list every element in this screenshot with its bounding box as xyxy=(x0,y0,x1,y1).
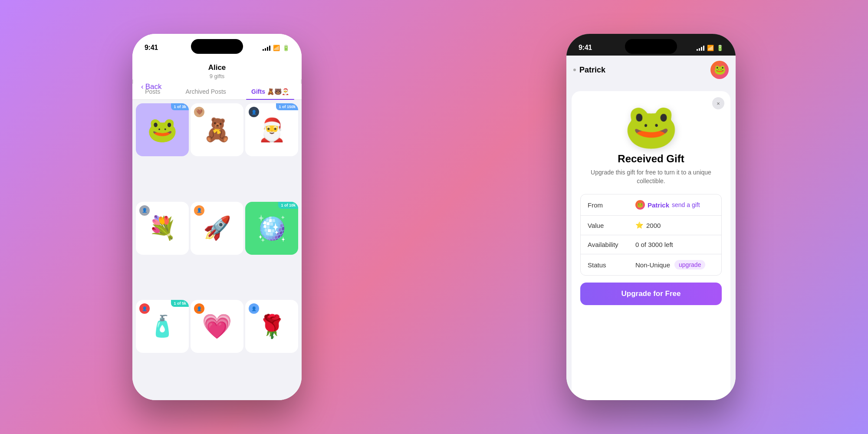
signal-icon xyxy=(263,45,270,51)
gift-item-9[interactable]: 👤 🌹 xyxy=(245,300,298,353)
gift-row-availability: Availability 0 of 3000 left xyxy=(581,235,721,254)
wifi-icon: 📶 xyxy=(273,45,280,51)
gift-detail-bg: Patrick 🐸 × 🐸 Received Gift Upgrade this… xyxy=(566,56,736,400)
avatar-3: 👤 xyxy=(249,107,259,117)
close-button[interactable]: × xyxy=(712,97,724,109)
from-value: 🐸 Patrick send a gift xyxy=(635,200,700,210)
status-label: Status xyxy=(588,261,635,269)
status-value: Non-Unique upgrade xyxy=(635,260,705,270)
gift-row-status: Status Non-Unique upgrade xyxy=(581,254,721,275)
send-gift-link[interactable]: send a gift xyxy=(672,201,700,208)
sender-name: Patrick xyxy=(648,201,669,209)
dynamic-island xyxy=(191,39,243,54)
avatar-7: 👤 xyxy=(139,303,150,314)
left-phone: 9:41 📶 🔋 ‹ Back Alice 9 gifts xyxy=(132,34,302,400)
value-amount: ⭐ 2000 xyxy=(635,221,661,229)
avatar-9: 👤 xyxy=(249,303,259,314)
tab-archived-label: Archived Posts xyxy=(185,88,226,95)
tab-archived[interactable]: Archived Posts xyxy=(180,84,231,99)
gift-item-7[interactable]: 👤 1 of 5k 🧴 xyxy=(136,300,189,353)
profile-name: Alice xyxy=(139,63,295,72)
gift-emoji-2: 🧸 xyxy=(203,117,231,143)
badge-7: 1 of 5k xyxy=(171,300,189,307)
tab-gifts-label: Gifts 🧸🐻🎅 xyxy=(251,88,289,95)
gift-grid: 🐸 1 of 3k 🤎 🧸 👤 1 of 150k 🎅 👤 💐 � xyxy=(132,100,302,400)
avatar-2: 🤎 xyxy=(194,107,204,117)
sender-avatar: 🐸 xyxy=(635,200,645,210)
tab-posts-label: Posts xyxy=(145,88,160,95)
gift-emoji-5: 🚀 xyxy=(203,215,231,241)
behind-name: Patrick xyxy=(579,66,605,75)
gift-title: Received Gift xyxy=(580,153,722,165)
availability-text: 0 of 3000 left xyxy=(635,241,673,248)
badge-6: 1 of 10k xyxy=(278,202,298,209)
status-text: Non-Unique xyxy=(635,261,670,269)
gift-row-from: From 🐸 Patrick send a gift xyxy=(581,194,721,216)
gift-emoji-6: 🪩 xyxy=(256,214,287,243)
gift-emoji-3: 🎅 xyxy=(258,117,286,143)
availability-value: 0 of 3000 left xyxy=(635,241,673,248)
gift-description: Upgrade this gift for free to turn it to… xyxy=(580,168,722,185)
left-status-icons: 📶 🔋 xyxy=(263,45,289,51)
tab-gifts[interactable]: Gifts 🧸🐻🎅 xyxy=(246,84,294,99)
right-battery-icon: 🔋 xyxy=(717,45,723,51)
gift-emoji-7: 🧴 xyxy=(149,314,175,339)
star-icon: ⭐ xyxy=(635,221,644,229)
gift-emoji-1: 🐸 xyxy=(147,115,178,144)
badge-3: 1 of 150k xyxy=(276,103,298,110)
from-label: From xyxy=(588,201,635,209)
gift-emoji-4: 💐 xyxy=(148,215,177,241)
avatar-5: 👤 xyxy=(194,205,204,216)
right-signal-icon xyxy=(697,45,704,51)
tab-posts[interactable]: Posts xyxy=(140,84,165,99)
gift-item-4[interactable]: 👤 💐 xyxy=(136,202,189,255)
gift-emoji-9: 🌹 xyxy=(258,313,286,340)
badge-1: 1 of 3k xyxy=(171,103,189,110)
gift-item-3[interactable]: 👤 1 of 150k 🎅 xyxy=(245,103,298,156)
modal-card: × 🐸 Received Gift Upgrade this gift for … xyxy=(572,91,730,400)
gift-item-6[interactable]: 1 of 10k 🪩 xyxy=(245,202,298,255)
left-time: 9:41 xyxy=(145,44,158,52)
upgrade-button[interactable]: upgrade xyxy=(674,260,705,270)
gift-hero-image: 🐸 xyxy=(580,104,722,148)
gift-row-value: Value ⭐ 2000 xyxy=(581,216,721,235)
battery-icon: 🔋 xyxy=(283,45,289,51)
value-label: Value xyxy=(588,222,635,229)
right-wifi-icon: 📶 xyxy=(707,45,714,51)
tabs-bar: Posts Archived Posts Gifts 🧸🐻🎅 xyxy=(132,84,302,100)
behind-header: Patrick 🐸 xyxy=(566,56,736,84)
value-number: 2000 xyxy=(646,222,661,229)
right-phone: 9:41 📶 🔋 Patrick 🐸 xyxy=(566,34,736,400)
right-status-icons: 📶 🔋 xyxy=(697,45,723,51)
gift-item-8[interactable]: 👤 💗 xyxy=(191,300,243,353)
gift-hero-emoji: 🐸 xyxy=(624,104,678,148)
gift-emoji-8: 💗 xyxy=(202,312,232,341)
patrick-avatar: 🐸 xyxy=(710,61,729,79)
profile-header: ‹ Back Alice 9 gifts xyxy=(132,56,302,79)
gift-item-2[interactable]: 🤎 🧸 xyxy=(191,103,243,156)
gift-item-5[interactable]: 👤 🚀 xyxy=(191,202,243,255)
close-icon: × xyxy=(717,100,720,107)
action-button[interactable]: Upgrade for Free xyxy=(580,283,722,305)
avatar-4: 👤 xyxy=(139,205,150,216)
gift-info-table: From 🐸 Patrick send a gift Value ⭐ 2000 xyxy=(580,194,722,276)
availability-label: Availability xyxy=(588,241,635,248)
right-time: 9:41 xyxy=(579,44,592,52)
gift-item-1[interactable]: 🐸 1 of 3k xyxy=(136,103,189,156)
right-dynamic-island xyxy=(625,39,677,54)
profile-subtitle: 9 gifts xyxy=(139,73,295,79)
